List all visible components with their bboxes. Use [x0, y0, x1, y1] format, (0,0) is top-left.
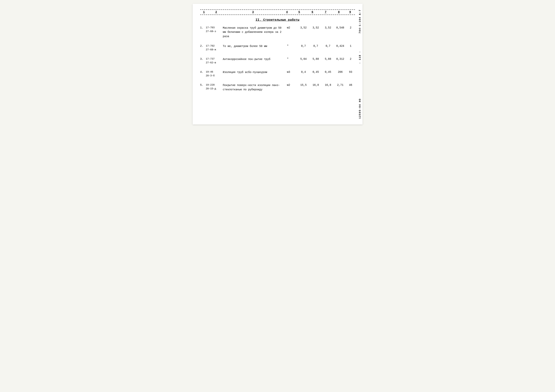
row-3-index: 3. [200, 57, 206, 61]
row-1-v2: 3,52 [310, 26, 322, 29]
row-1-unit: м2 [287, 26, 297, 29]
row-3-v1: 5,04 [297, 57, 310, 61]
row-4-v2: 0,45 [310, 70, 322, 73]
row-4-v4: 206 [334, 70, 346, 73]
row-2-desc: То же, диаметром более 50 мм [223, 44, 287, 48]
table-row: 4. 19–46 28–3–б Изоляция труб асбо-пухшн… [200, 69, 355, 79]
row-5-v5: 46 [346, 83, 355, 86]
row-5-v3: 16,8 [322, 83, 334, 86]
row-3-unit: " [287, 57, 297, 61]
row-1-v1: 3,52 [297, 26, 310, 29]
row-1-code: 17–703 27–68–з [206, 26, 223, 33]
row-5-code: 19–228 28–15–д [206, 83, 223, 91]
col-header-5: 5 [293, 11, 306, 14]
row-2-code: 17–702 27–68–ж [206, 44, 223, 51]
row-4-desc: Изоляция труб асбо-пухшнуром [223, 70, 287, 74]
table-row: 5. 19–228 28–15–д Покрытие поверх-ности … [200, 82, 355, 93]
row-2-index: 2. [200, 44, 206, 48]
row-3-v2: 5,88 [310, 57, 322, 61]
row-4-v1: 0,4 [297, 70, 310, 73]
row-2-v5: 1 [346, 44, 355, 48]
row-1-index: 1. [200, 26, 206, 29]
row-4-v5: 93 [346, 70, 355, 73]
row-2-v4: 0,424 [334, 44, 346, 48]
col-header-9: 9 [345, 11, 355, 14]
right-label-top: 704-1-104 А-7 [358, 9, 361, 33]
col-header-6: 6 [306, 11, 319, 14]
col-header-3: 3 [225, 11, 281, 14]
right-label-bot: 12595-04 НО [358, 99, 361, 119]
row-1-v4: 0,548 [334, 26, 346, 29]
col-header-1: 1 [200, 11, 208, 14]
table-row: 3. 17–737 27–62–в Антикоррозийное пок-ры… [200, 56, 355, 66]
row-1-desc: Масляная окраска труб диаметром до 50 мм… [223, 26, 287, 38]
col-header-7: 7 [319, 11, 332, 14]
section-title: II. Строительные работы [200, 18, 355, 22]
row-3-v4: 0,312 [334, 57, 346, 61]
row-5-v1: 15,5 [297, 83, 310, 86]
table-row: 2. 17–702 27–68–ж То же, диаметром более… [200, 43, 355, 53]
table-row: 1. 17–703 27–68–з Масляная окраска труб … [200, 24, 355, 40]
row-2-v3: 0,7 [322, 44, 334, 48]
data-rows: 1. 17–703 27–68–з Масляная окраска труб … [200, 24, 355, 93]
row-2-v1: 0,7 [297, 44, 310, 48]
row-4-code: 19–46 28–3–б [206, 70, 223, 78]
row-4-unit: м3 [287, 70, 297, 73]
row-4-index: 4. [200, 70, 206, 73]
row-4-v3: 0,45 [322, 70, 334, 73]
row-5-v4: 2,71 [334, 83, 346, 86]
row-5-v2: 16,8 [310, 83, 322, 86]
row-1-v3: 3,52 [322, 26, 334, 29]
row-5-unit: м2 [287, 83, 297, 86]
right-label-mid: - 118 - [358, 51, 361, 64]
col-header-4: 4 [281, 11, 293, 14]
row-2-unit: " [287, 44, 297, 48]
row-3-v5: 2 [346, 57, 355, 61]
page-container: 1 2 3 4 5 6 7 8 9 II. Строительные работ… [193, 4, 363, 124]
row-1-v5: 2 [346, 26, 355, 29]
row-5-index: 5. [200, 83, 206, 86]
row-3-v3: 5,88 [322, 57, 334, 61]
row-3-code: 17–737 27–62–в [206, 57, 223, 64]
col-header-2: 2 [208, 11, 225, 14]
row-5-desc: Покрытие поверх-ности изоляции лако-стек… [223, 83, 287, 92]
column-headers: 1 2 3 4 5 6 7 8 9 [200, 10, 355, 15]
row-2-v2: 0,7 [310, 44, 322, 48]
row-3-desc: Антикоррозийное пок-рытие труб [223, 57, 287, 61]
col-header-8: 8 [332, 11, 345, 14]
